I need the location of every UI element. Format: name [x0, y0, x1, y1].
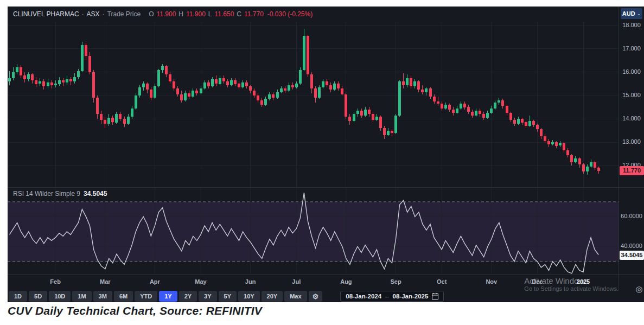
- high-value: 11.900: [186, 10, 206, 18]
- month-label: Jul: [292, 278, 301, 285]
- chart-panel: CLINUVEL PHARMAC · ASX · Trade Price O 1…: [8, 7, 644, 302]
- month-label: 2025: [577, 278, 590, 285]
- close-label: C: [237, 10, 241, 18]
- rsi-tick: 40.0000: [619, 243, 644, 249]
- range-buttons: 1D5D10D1M3M6MYTD1Y2Y3Y5Y10Y20YMax: [9, 291, 309, 302]
- symbol-name: CLINUVEL PHARMAC: [13, 10, 79, 18]
- last-price-badge: 11.770: [620, 166, 644, 175]
- candles-layer: [8, 29, 600, 175]
- range-button-1m[interactable]: 1M: [72, 291, 91, 302]
- gear-icon: ⚙: [313, 292, 319, 301]
- price-tick: 15.000: [619, 92, 644, 98]
- high-label: H: [178, 10, 183, 18]
- exchange-name: ASX: [87, 10, 100, 18]
- open-value: 11.900: [157, 10, 176, 18]
- locate-button[interactable]: ◎: [633, 283, 644, 295]
- close-value: 11.770: [244, 10, 264, 18]
- range-button-20y[interactable]: 20Y: [262, 291, 283, 302]
- range-button-3m[interactable]: 3M: [93, 291, 112, 302]
- price-tick: 13.000: [619, 138, 644, 145]
- date-separator: –: [385, 293, 388, 299]
- month-label: Nov: [486, 278, 497, 285]
- month-label: Apr: [150, 278, 160, 285]
- price-chart[interactable]: [8, 22, 619, 187]
- rsi-label: RSI 14 Wilder Simple 9: [13, 190, 80, 197]
- month-label: Mar: [100, 278, 111, 285]
- month-label: Jun: [245, 278, 256, 285]
- low-value: 11.650: [215, 10, 234, 18]
- chart-caption: CUV Daily Technical Chart, Source: REFIN…: [8, 304, 262, 317]
- month-label: Oct: [437, 278, 447, 285]
- price-axis[interactable]: AUD ⌄ 18.00017.00016.00015.00014.00013.0…: [619, 7, 644, 290]
- calendar-icon: [432, 293, 438, 299]
- change-value: -0.030 (-0.25%): [267, 10, 313, 18]
- instrument-legend: CLINUVEL PHARMAC · ASX · Trade Price O 1…: [13, 7, 315, 22]
- month-label: Dec: [532, 278, 543, 285]
- chart-settings-button[interactable]: ⚙: [309, 291, 323, 302]
- rsi-value: 34.5045: [84, 190, 107, 197]
- month-label: Feb: [50, 278, 61, 285]
- date-range-picker[interactable]: 08-Jan-2024 – 08-Jan-2025: [340, 291, 444, 302]
- target-icon: ◎: [635, 284, 642, 294]
- price-tick: 14.000: [619, 115, 644, 122]
- chevron-down-icon: ⌄: [637, 11, 641, 16]
- rsi-chart[interactable]: [8, 187, 619, 274]
- currency-label: AUD: [622, 10, 635, 17]
- price-tick: 18.000: [619, 22, 644, 28]
- range-button-5y[interactable]: 5Y: [219, 291, 237, 302]
- range-button-10d[interactable]: 10D: [49, 291, 71, 302]
- series-label: Trade Price: [107, 10, 141, 18]
- month-label: Sep: [390, 278, 401, 285]
- low-label: L: [208, 10, 212, 18]
- open-label: O: [149, 10, 154, 18]
- range-button-1y[interactable]: 1Y: [159, 291, 177, 302]
- range-button-max[interactable]: Max: [284, 291, 307, 302]
- time-axis[interactable]: FebMarAprMayJunJulAugSepOctNovDec2025: [8, 274, 619, 290]
- range-button-10y[interactable]: 10Y: [238, 291, 260, 302]
- price-tick: 16.000: [619, 68, 644, 75]
- range-button-2y[interactable]: 2Y: [179, 291, 197, 302]
- footer: CUV Daily Technical Chart, Source: REFIN…: [0, 302, 644, 325]
- rsi-tick: 60.0000: [619, 213, 644, 219]
- rsi-legend: RSI 14 Wilder Simple 934.5045: [13, 190, 107, 197]
- range-button-5d[interactable]: 5D: [29, 291, 47, 302]
- range-button-ytd[interactable]: YTD: [135, 291, 157, 302]
- rsi-value-badge: 34.5045: [620, 251, 644, 260]
- range-button-3y[interactable]: 3Y: [199, 291, 216, 302]
- currency-selector[interactable]: AUD ⌄: [621, 8, 642, 19]
- range-button-6m[interactable]: 6M: [114, 291, 133, 302]
- price-tick: 17.000: [619, 45, 644, 52]
- screenshot: CLINUVEL PHARMAC · ASX · Trade Price O 1…: [0, 0, 644, 325]
- date-to: 08-Jan-2025: [393, 293, 429, 299]
- month-label: May: [195, 278, 206, 285]
- month-label: Aug: [340, 278, 352, 285]
- range-toolbar: 1D5D10D1M3M6MYTD1Y2Y3Y5Y10Y20YMax ⚙ 08-J…: [8, 290, 644, 302]
- date-from: 08-Jan-2024: [346, 293, 381, 299]
- range-button-1d[interactable]: 1D: [9, 291, 27, 302]
